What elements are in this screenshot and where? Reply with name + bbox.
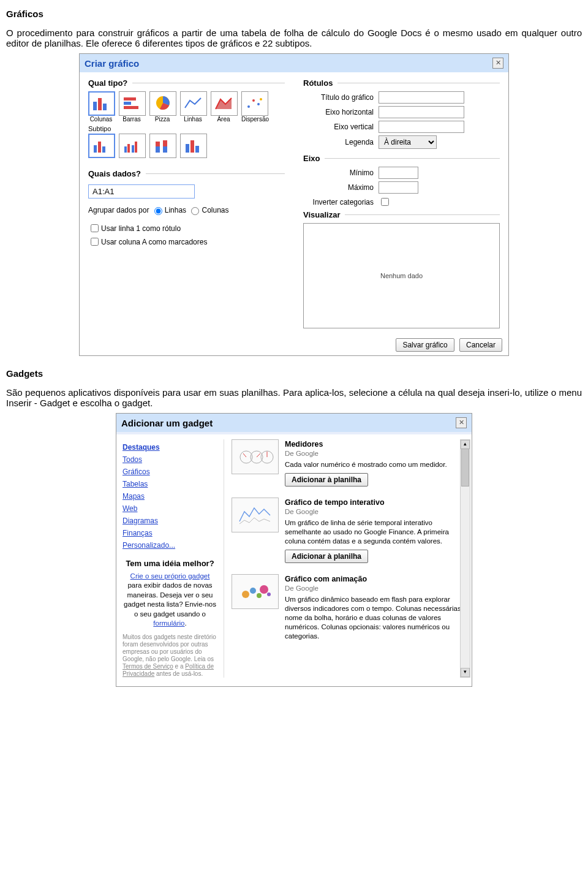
label-agrupar: Agrupar dados por (88, 206, 149, 214)
cat-destaques[interactable]: Destaques (123, 443, 217, 452)
subtype-3[interactable] (149, 134, 176, 158)
svg-rect-13 (98, 142, 101, 153)
gadget-item: Medidores De Google Cada valor numérico … (232, 439, 466, 487)
radio-colunas[interactable] (191, 207, 199, 215)
create-chart-dialog: Criar gráfico ✕ Qual tipo? Colunas Barra… (79, 53, 509, 356)
chart-type-dispersao[interactable]: Dispersão (241, 91, 267, 123)
svg-rect-20 (156, 142, 160, 146)
svg-point-32 (242, 591, 249, 598)
label-eixo-h: Eixo horizontal (303, 108, 374, 116)
gadget-desc: Cada valor numérico é mostrado como um m… (285, 460, 466, 469)
cb-inverter[interactable] (381, 198, 389, 206)
chart-type-barras[interactable]: Barras (119, 91, 145, 123)
scrollbar[interactable]: ▴ ▾ (460, 439, 470, 678)
gadget-desc: Um gráfico dinâmico baseado em flash par… (285, 595, 466, 641)
input-eixo-h[interactable] (379, 106, 464, 118)
cat-web[interactable]: Web (123, 504, 217, 513)
cat-personalizado[interactable]: Personalizado... (123, 541, 217, 550)
svg-rect-2 (103, 104, 107, 110)
svg-point-11 (260, 98, 262, 100)
gadget-author: De Google (285, 449, 466, 458)
chart-type-pizza[interactable]: Pizza (149, 91, 175, 123)
paragraph-gadgets: São pequenos aplicativos disponíveis par… (6, 387, 582, 408)
svg-rect-5 (124, 106, 138, 109)
subtype-4[interactable] (180, 134, 207, 158)
close-icon[interactable]: ✕ (492, 58, 503, 69)
gadget-title: Adicionar um gadget (121, 418, 213, 428)
svg-point-33 (250, 588, 256, 594)
cat-financas[interactable]: Finanças (123, 529, 217, 537)
timechart-icon (232, 498, 279, 532)
range-input[interactable] (88, 184, 195, 199)
link-formulario[interactable]: formulário (153, 619, 184, 627)
gadget-author: De Google (285, 507, 466, 517)
label-max: Máximo (303, 183, 374, 192)
paragraph-graficos: O procedimento para construir gráficos a… (6, 28, 582, 48)
heading-gadgets: Gadgets (6, 368, 582, 379)
cat-diagramas[interactable]: Diagramas (123, 517, 217, 525)
svg-rect-3 (124, 97, 136, 100)
link-termos[interactable]: Termos de Serviço (123, 663, 173, 670)
label-quais-dados: Quais dados? (88, 169, 141, 178)
subtype-2[interactable] (119, 134, 146, 158)
svg-line-30 (257, 453, 260, 457)
svg-rect-17 (132, 145, 134, 153)
input-min[interactable] (379, 167, 418, 179)
scroll-up-icon[interactable]: ▴ (461, 440, 470, 449)
gadget-titlebar: Adicionar um gadget ✕ (116, 414, 472, 432)
input-titulo[interactable] (379, 91, 464, 104)
gadget-name: Gráfico de tempo interativo (285, 498, 466, 507)
cat-tabelas[interactable]: Tabelas (123, 480, 217, 488)
gadget-name: Medidores (285, 439, 466, 449)
svg-rect-12 (94, 145, 97, 153)
svg-rect-22 (163, 140, 167, 146)
label-eixo: Eixo (303, 154, 320, 163)
dialog-title: Criar gráfico (85, 58, 139, 69)
chart-type-area[interactable]: Área (211, 91, 236, 123)
chart-type-colunas[interactable]: Colunas (88, 91, 114, 123)
svg-rect-1 (98, 98, 102, 110)
chart-type-linhas[interactable]: Linhas (180, 91, 206, 123)
label-subtipo: Subtipo (88, 125, 285, 132)
input-eixo-v[interactable] (379, 121, 464, 133)
cat-todos[interactable]: Todos (123, 455, 217, 464)
cb-usar-coluna-a[interactable] (91, 238, 99, 246)
svg-rect-4 (124, 102, 131, 105)
svg-rect-24 (190, 140, 194, 153)
gadget-desc: Um gráfico de linha de série temporal in… (285, 518, 466, 546)
link-crie-gadget[interactable]: Crie o seu próprio gadget (130, 572, 210, 580)
svg-line-29 (243, 453, 246, 457)
cancel-button[interactable]: Cancelar (459, 338, 502, 352)
cb-usar-linha1[interactable] (91, 224, 99, 232)
svg-rect-25 (195, 146, 199, 153)
add-to-sheet-button[interactable]: Adicionar à planilha (285, 550, 368, 563)
heading-graficos: Gráficos (6, 9, 582, 19)
add-gadget-dialog: Adicionar um gadget ✕ Destaques Todos Gr… (116, 413, 472, 687)
label-titulo: Título do gráfico (303, 93, 374, 102)
save-button[interactable]: Salvar gráfico (396, 338, 454, 352)
scroll-thumb[interactable] (461, 449, 469, 487)
label-legenda: Legenda (303, 138, 374, 146)
dialog-titlebar: Criar gráfico ✕ (80, 54, 508, 72)
gadget-list: Medidores De Google Cada valor numérico … (224, 439, 466, 678)
add-to-sheet-button[interactable]: Adicionar à planilha (285, 473, 368, 487)
dialog-footer: Salvar gráfico Cancelar (80, 335, 508, 355)
scroll-down-icon[interactable]: ▾ (461, 668, 470, 677)
svg-point-9 (252, 99, 255, 102)
gadget-author: De Google (285, 584, 466, 593)
label-eixo-v: Eixo vertical (303, 123, 374, 131)
subtype-1[interactable] (88, 134, 115, 158)
gadget-item: Gráfico de tempo interativo De Google Um… (232, 498, 466, 563)
close-icon[interactable]: ✕ (456, 417, 467, 428)
radio-linhas[interactable] (154, 207, 162, 215)
gadget-name: Gráfico com animação (285, 574, 466, 584)
fineprint: Muitos dos gadgets neste diretório foram… (123, 634, 217, 678)
cat-mapas[interactable]: Mapas (123, 492, 217, 501)
select-legenda[interactable]: À direita (379, 135, 437, 149)
gadget-sidebar: Destaques Todos Gráficos Tabelas Mapas W… (123, 439, 217, 678)
svg-point-8 (247, 105, 250, 108)
input-max[interactable] (379, 181, 418, 194)
cat-graficos[interactable]: Gráficos (123, 468, 217, 476)
svg-rect-18 (135, 142, 137, 153)
motion-chart-icon (232, 574, 279, 609)
